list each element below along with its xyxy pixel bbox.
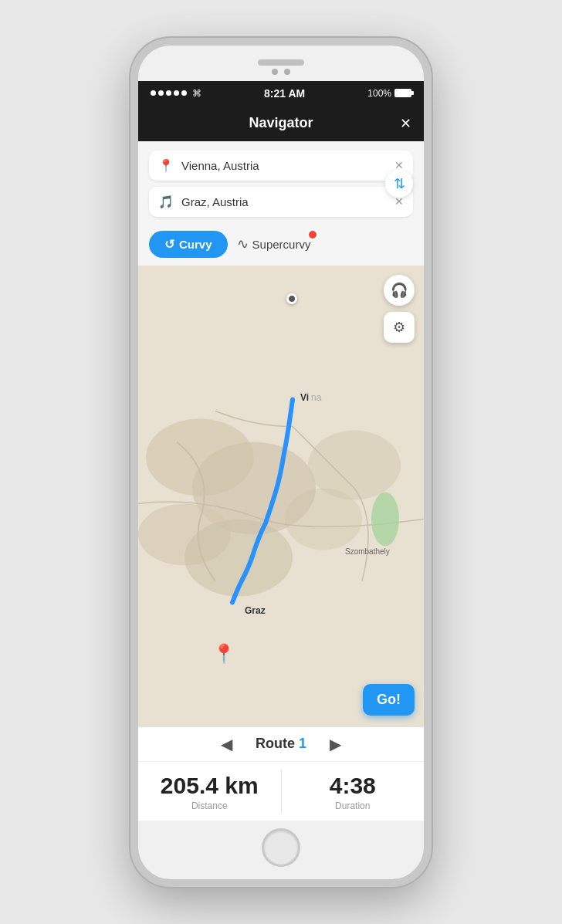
nav-title: Navigator (249, 115, 313, 131)
signal-dot-5 (181, 90, 187, 96)
map-svg: Vi na Graz Szombathely (138, 266, 424, 726)
svg-text:Szombathely: Szombathely (345, 547, 390, 555)
duration-box: 4:38 Duration (282, 762, 425, 821)
phone-shell: ⌘ 8:21 AM 100% Navigator ✕ 📍 V (130, 38, 432, 887)
close-button[interactable]: ✕ (400, 115, 411, 132)
supercurvy-badge (307, 229, 318, 240)
signal-dot-2 (158, 90, 164, 96)
duration-value: 4:38 (330, 773, 376, 799)
battery-fill (396, 90, 410, 96)
go-button[interactable]: Go! (363, 684, 415, 716)
page-background: ⌘ 8:21 AM 100% Navigator ✕ 📍 V (0, 0, 562, 924)
map-settings-button[interactable]: ⚙ (384, 312, 415, 343)
curvy-icon: ↺ (164, 237, 174, 252)
map-area[interactable]: Vi na Graz Szombathely 📍 🎧 ⚙ (138, 266, 424, 726)
status-left: ⌘ (151, 88, 201, 99)
battery-pct: 100% (367, 88, 391, 99)
vienna-pin (286, 293, 297, 304)
signal-dot-1 (151, 90, 156, 96)
from-location-icon: 📍 (158, 158, 174, 173)
swap-icon: ⇅ (394, 175, 405, 192)
wifi-icon: ⌘ (192, 88, 201, 99)
status-bar: ⌘ 8:21 AM 100% (138, 81, 424, 106)
bottom-panel: ◀ Route 1 ▶ 205.4 km Distance 4:38 (138, 726, 424, 821)
supercurvy-icon: ∿ (237, 235, 249, 252)
curvy-label: Curvy (179, 238, 212, 251)
route-number: 1 (299, 736, 306, 751)
battery-icon (394, 89, 411, 97)
to-input-row: 🎵 Graz, Austria ✕ (149, 187, 413, 217)
top-sensors (272, 69, 290, 75)
next-route-button[interactable]: ▶ (330, 735, 341, 753)
home-btn-wrap (262, 821, 300, 879)
signal-dot-3 (166, 90, 171, 96)
prev-route-button[interactable]: ◀ (221, 735, 232, 753)
phone-screen: ⌘ 8:21 AM 100% Navigator ✕ 📍 V (138, 81, 424, 821)
svg-point-6 (285, 488, 362, 550)
status-time: 8:21 AM (264, 87, 305, 100)
route-label: Route 1 (256, 736, 306, 752)
sensor-dot (284, 69, 290, 75)
nav-bar: Navigator ✕ (138, 106, 424, 141)
filter-icon: ⚙ (393, 319, 405, 336)
camera-dot (272, 69, 278, 75)
svg-text:Vi: Vi (300, 391, 309, 402)
distance-label: Distance (191, 800, 228, 811)
duration-label: Duration (335, 800, 370, 811)
graz-pin: 📍 (212, 643, 235, 665)
search-area: 📍 Vienna, Austria ✕ 🎵 Graz, Austria ✕ ⇅ (138, 141, 424, 226)
svg-point-7 (371, 492, 399, 546)
supercurvy-label: Supercurvy (252, 238, 311, 251)
distance-value: 205.4 km (161, 773, 259, 799)
route-type-area: ↺ Curvy ∿ Supercurvy (138, 226, 424, 266)
signal-dot-4 (174, 90, 179, 96)
status-right: 100% (367, 88, 411, 99)
home-button[interactable] (262, 828, 300, 867)
to-input[interactable]: Graz, Austria (181, 195, 387, 208)
headset-button[interactable]: 🎧 (384, 275, 415, 306)
headset-icon: 🎧 (391, 282, 408, 299)
supercurvy-button[interactable]: ∿ Supercurvy (237, 235, 311, 252)
svg-text:na: na (311, 391, 322, 402)
to-location-icon: 🎵 (158, 195, 174, 209)
from-input-row: 📍 Vienna, Austria ✕ (149, 151, 413, 181)
speaker (258, 59, 304, 66)
curvy-button[interactable]: ↺ Curvy (149, 231, 228, 258)
from-input[interactable]: Vienna, Austria (181, 159, 387, 172)
swap-button[interactable]: ⇅ (385, 170, 413, 198)
svg-text:Graz: Graz (245, 604, 266, 615)
stats-row: 205.4 km Distance 4:38 Duration (138, 762, 424, 821)
route-nav: ◀ Route 1 ▶ (138, 727, 424, 762)
distance-box: 205.4 km Distance (138, 762, 281, 821)
signal-dots (151, 90, 187, 96)
